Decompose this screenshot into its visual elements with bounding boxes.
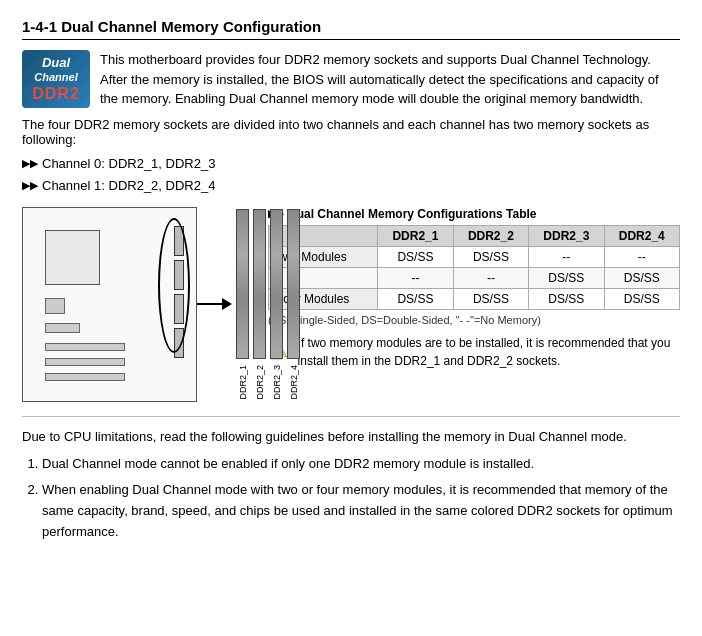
row-label-four-modules: Four Modules (269, 288, 378, 309)
section-divider (22, 416, 680, 417)
row-3-col-1: DS/SS (378, 288, 453, 309)
th-empty (269, 225, 378, 246)
motherboard-diagram (22, 207, 197, 402)
logo-line1: Dual (42, 55, 70, 71)
row-1-col-3: -- (529, 246, 604, 267)
arrow-line (197, 303, 222, 305)
small-chip-2 (45, 323, 80, 333)
th-ddr2-2: DDR2_2 (453, 225, 528, 246)
small-chip-5 (45, 373, 125, 381)
row-2-col-1: -- (378, 267, 453, 288)
diagram-area: DDR2_1 DDR2_2 DDR2_3 DDR2_4 (22, 207, 252, 402)
th-ddr2-3: DDR2_3 (529, 225, 604, 246)
small-chip-3 (45, 343, 125, 351)
small-chip-4 (45, 358, 125, 366)
channel-1: ▶▶ Channel 1: DDR2_2, DDR2_4 (22, 175, 680, 197)
row-3-col-4: DS/SS (604, 288, 679, 309)
table-row-2: -- -- DS/SS DS/SS (269, 267, 680, 288)
ram-stick-col-2: DDR2_2 (253, 209, 266, 400)
cpu-socket (45, 230, 100, 285)
table-row-3: Four Modules DS/SS DS/SS DS/SS DS/SS (269, 288, 680, 309)
logo-line3: DDR2 (32, 84, 80, 103)
ram-label-4: DDR2_4 (289, 365, 299, 400)
table-header-row: DDR2_1 DDR2_2 DDR2_3 DDR2_4 (269, 225, 680, 246)
ram-label-1: DDR2_1 (238, 365, 248, 400)
arrow-head (222, 298, 232, 310)
arrow-connector (197, 298, 232, 310)
arrow-icon-1: ▶▶ (22, 176, 38, 195)
logo-line2: Channel (34, 71, 77, 84)
ram-label-3: DDR2_3 (272, 365, 282, 400)
channel-list: ▶▶ Channel 0: DDR2_1, DDR2_3 ▶▶ Channel … (22, 153, 680, 197)
intro-block: Dual Channel DDR2 This motherboard provi… (22, 50, 680, 109)
diagram-and-table: DDR2_1 DDR2_2 DDR2_3 DDR2_4 (22, 207, 680, 402)
row-label-two-modules: Two Modules (269, 246, 378, 267)
row-1-col-2: DS/SS (453, 246, 528, 267)
channel-1-label: Channel 1: DDR2_2, DDR2_4 (42, 175, 215, 197)
row-2-col-2: -- (453, 267, 528, 288)
description-text: The four DDR2 memory sockets are divided… (22, 117, 680, 147)
intro-text: This motherboard provides four DDR2 memo… (100, 50, 680, 109)
table-area: ▶▶ Dual Channel Memory Configurations Ta… (268, 207, 680, 370)
ram-stick-2 (253, 209, 266, 359)
small-chip-1 (45, 298, 65, 314)
th-ddr2-1: DDR2_1 (378, 225, 453, 246)
row-3-col-2: DS/SS (453, 288, 528, 309)
config-table: DDR2_1 DDR2_2 DDR2_3 DDR2_4 Two Modules … (268, 225, 680, 310)
channel-0: ▶▶ Channel 0: DDR2_1, DDR2_3 (22, 153, 680, 175)
table-title-text: Dual Channel Memory Configurations Table (288, 207, 536, 221)
row-1-col-4: -- (604, 246, 679, 267)
ram-stick-col-1: DDR2_1 (236, 209, 249, 400)
guideline-item-1: Dual Channel mode cannot be enabled if o… (42, 454, 680, 475)
ram-stick-1 (236, 209, 249, 359)
oval-selection (158, 218, 190, 353)
channel-0-label: Channel 0: DDR2_1, DDR2_3 (42, 153, 215, 175)
guidelines-list: Dual Channel mode cannot be enabled if o… (22, 454, 680, 542)
guideline-item-2: When enabling Dual Channel mode with two… (42, 480, 680, 542)
row-2-col-3: DS/SS (529, 267, 604, 288)
th-ddr2-4: DDR2_4 (604, 225, 679, 246)
table-title: ▶▶ Dual Channel Memory Configurations Ta… (268, 207, 680, 221)
ram-stick-4 (287, 209, 300, 359)
ram-stick-col-3: DDR2_3 (270, 209, 283, 400)
note-text: If two memory modules are to be installe… (298, 334, 680, 370)
section-title: 1-4-1 Dual Channel Memory Configuration (22, 18, 680, 40)
table-legend: (SS=Single-Sided, DS=Double-Sided, "- -"… (268, 314, 680, 326)
ram-label-2: DDR2_2 (255, 365, 265, 400)
ram-stick-col-4: DDR2_4 (287, 209, 300, 400)
note-box: If two memory modules are to be installe… (268, 334, 680, 370)
dual-channel-logo: Dual Channel DDR2 (22, 50, 90, 108)
row-1-col-1: DS/SS (378, 246, 453, 267)
row-2-col-4: DS/SS (604, 267, 679, 288)
arrow-icon-0: ▶▶ (22, 154, 38, 173)
guidelines-intro: Due to CPU limitations, read the followi… (22, 427, 680, 447)
ram-stick-3 (270, 209, 283, 359)
row-label-empty (269, 267, 378, 288)
table-row-1: Two Modules DS/SS DS/SS -- -- (269, 246, 680, 267)
row-3-col-3: DS/SS (529, 288, 604, 309)
